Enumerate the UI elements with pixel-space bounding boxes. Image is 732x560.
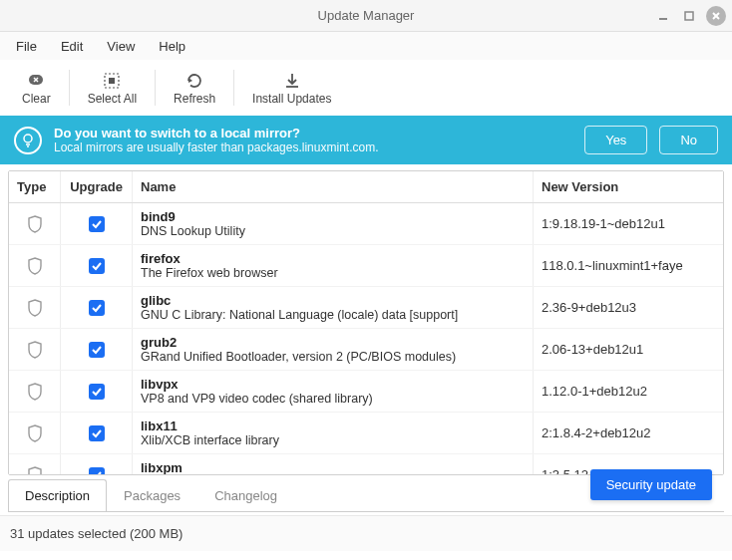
select-all-label: Select All [88,92,137,106]
upgrade-checkbox[interactable] [61,413,133,453]
column-new-version[interactable]: New Version [534,171,723,202]
tab-description[interactable]: Description [8,479,107,511]
updates-table[interactable]: Type Upgrade Name New Version bind9DNS L… [8,170,724,475]
download-icon [283,70,301,92]
toolbar-separator [233,70,234,106]
new-version: 2:1.8.4-2+deb12u2 [534,413,723,453]
clear-label: Clear [22,92,51,106]
package-description: GRand Unified Bootloader, version 2 (PC/… [141,350,456,364]
close-button[interactable] [706,6,726,26]
menu-view[interactable]: View [97,35,145,58]
banner-text: Do you want to switch to a local mirror?… [54,126,572,154]
new-version: 1:9.18.19-1~deb12u1 [534,203,723,244]
detail-tabs: Description Packages Changelog Security … [0,475,732,511]
column-name[interactable]: Name [133,171,534,202]
table-row[interactable]: grub2GRand Unified Bootloader, version 2… [9,329,723,371]
refresh-label: Refresh [174,92,215,106]
clear-button[interactable]: Clear [8,66,65,110]
package-name-cell: firefoxThe Firefox web browser [133,245,534,286]
shield-icon [9,203,61,244]
upgrade-checkbox[interactable] [61,371,133,412]
toolbar: Clear Select All Refresh Install Updates [0,60,732,116]
svg-rect-8 [109,78,115,84]
table-body: bind9DNS Lookup Utility1:9.18.19-1~deb12… [9,203,723,475]
table-row[interactable]: firefoxThe Firefox web browser118.0.1~li… [9,245,723,287]
security-update-badge[interactable]: Security update [590,469,712,500]
package-description: DNS Lookup Utility [141,224,245,238]
package-name-cell: libxpmX11 pixmap library [133,454,534,475]
toolbar-separator [155,70,156,106]
banner-yes-button[interactable]: Yes [584,126,647,154]
menu-help[interactable]: Help [149,35,195,58]
menu-file[interactable]: File [6,35,47,58]
title-bar: Update Manager [0,0,732,32]
banner-subtitle: Local mirrors are usually faster than pa… [54,140,572,154]
package-name: grub2 [141,335,177,350]
clear-icon [26,70,46,92]
install-updates-button[interactable]: Install Updates [238,66,345,110]
install-label: Install Updates [252,92,331,106]
svg-marker-9 [188,78,192,83]
upgrade-checkbox[interactable] [61,203,133,244]
select-all-icon [103,70,121,92]
new-version: 2.36-9+deb12u3 [534,287,723,328]
shield-icon [9,287,61,328]
table-row[interactable]: bind9DNS Lookup Utility1:9.18.19-1~deb12… [9,203,723,245]
package-name-cell: libvpxVP8 and VP9 video codec (shared li… [133,371,534,412]
shield-icon [9,413,61,453]
table-row[interactable]: glibcGNU C Library: National Language (l… [9,287,723,329]
close-icon [711,11,721,21]
banner-no-button[interactable]: No [659,126,718,154]
minimize-icon [657,10,669,22]
shield-icon [9,329,61,370]
package-name: bind9 [141,209,176,224]
updates-table-wrap: Type Upgrade Name New Version bind9DNS L… [0,164,732,475]
select-all-button[interactable]: Select All [74,66,151,110]
banner-question: Do you want to switch to a local mirror? [54,126,572,140]
shield-icon [9,371,61,412]
package-description: VP8 and VP9 video codec (shared library) [141,392,373,406]
lightbulb-icon [14,127,42,154]
column-upgrade[interactable]: Upgrade [61,171,133,202]
refresh-button[interactable]: Refresh [160,66,229,110]
tab-packages[interactable]: Packages [107,479,197,511]
package-name: libvpx [141,377,179,392]
table-row[interactable]: libx11Xlib/XCB interface library2:1.8.4-… [9,413,723,454]
package-name-cell: grub2GRand Unified Bootloader, version 2… [133,329,534,370]
minimize-button[interactable] [654,7,672,25]
package-name: libxpm [141,460,183,475]
maximize-icon [683,10,695,22]
shield-icon [9,454,61,475]
mirror-banner: Do you want to switch to a local mirror?… [0,116,732,164]
table-header: Type Upgrade Name New Version [9,171,723,203]
package-name-cell: bind9DNS Lookup Utility [133,203,534,244]
package-name-cell: libx11Xlib/XCB interface library [133,413,534,453]
upgrade-checkbox[interactable] [61,245,133,286]
column-type[interactable]: Type [9,171,61,202]
new-version: 1.12.0-1+deb12u2 [534,371,723,412]
svg-point-12 [24,135,32,142]
window-title: Update Manager [318,8,415,23]
upgrade-checkbox[interactable] [61,454,133,475]
refresh-icon [185,70,203,92]
tab-changelog[interactable]: Changelog [197,479,294,511]
package-description: Xlib/XCB interface library [141,433,279,447]
menu-edit[interactable]: Edit [51,35,93,58]
upgrade-checkbox[interactable] [61,329,133,370]
package-name-cell: glibcGNU C Library: National Language (l… [133,287,534,328]
new-version: 118.0.1~linuxmint1+faye [534,245,723,286]
upgrade-checkbox[interactable] [61,287,133,328]
window-controls [654,6,726,26]
package-name: firefox [141,251,181,266]
shield-icon [9,245,61,286]
package-name: libx11 [141,419,178,433]
package-name: glibc [141,293,171,308]
status-text: 31 updates selected (200 MB) [10,526,183,541]
maximize-button[interactable] [680,7,698,25]
new-version: 2.06-13+deb12u1 [534,329,723,370]
package-description: GNU C Library: National Language (locale… [141,308,458,322]
menu-bar: File Edit View Help [0,32,732,60]
package-description: The Firefox web browser [141,266,278,280]
table-row[interactable]: libvpxVP8 and VP9 video codec (shared li… [9,371,723,413]
toolbar-separator [69,70,70,106]
